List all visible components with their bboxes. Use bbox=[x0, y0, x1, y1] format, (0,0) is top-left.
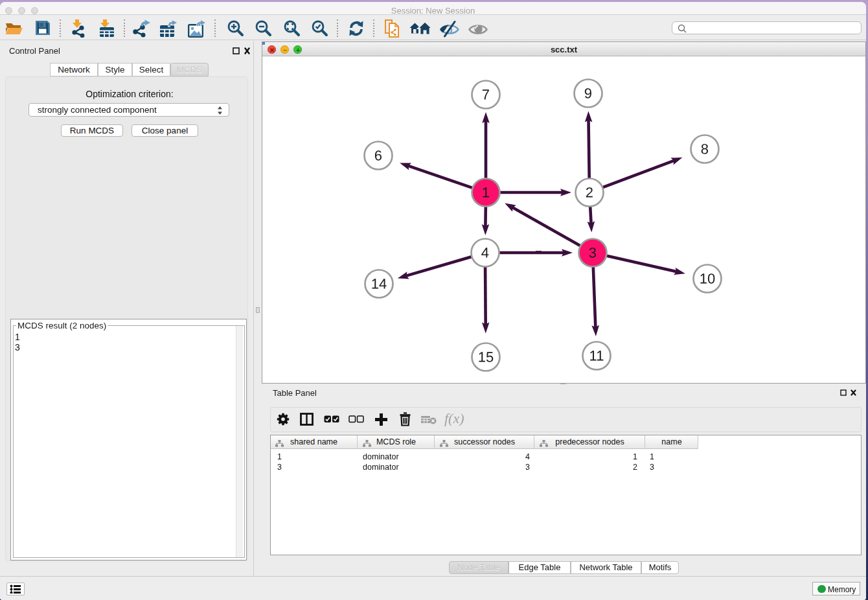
svg-text:14: 14 bbox=[371, 275, 387, 292]
svg-text:15: 15 bbox=[478, 349, 494, 365]
svg-text:2: 2 bbox=[586, 184, 593, 200]
svg-text:1: 1 bbox=[482, 184, 490, 200]
svg-text:9: 9 bbox=[584, 85, 592, 101]
svg-text:10: 10 bbox=[700, 270, 716, 286]
svg-text:11: 11 bbox=[589, 347, 604, 363]
svg-text:7: 7 bbox=[482, 86, 490, 102]
svg-text:4: 4 bbox=[481, 244, 489, 260]
svg-text:3: 3 bbox=[589, 244, 597, 260]
svg-text:8: 8 bbox=[701, 141, 709, 157]
svg-text:6: 6 bbox=[374, 147, 382, 163]
